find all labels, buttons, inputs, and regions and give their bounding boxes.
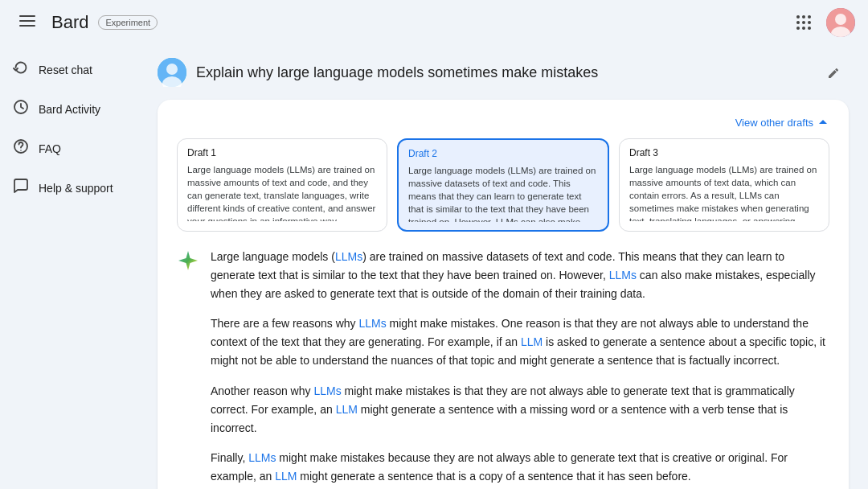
draft-2-label: Draft 2 <box>408 148 598 159</box>
draft-2-card[interactable]: Draft 2 Large language models (LLMs) are… <box>397 138 609 232</box>
view-other-drafts-button[interactable]: View other drafts <box>735 116 829 129</box>
query-header: Explain why large language models someti… <box>158 58 849 87</box>
svg-point-13 <box>835 14 846 25</box>
svg-point-3 <box>796 15 800 18</box>
draft-3-card[interactable]: Draft 3 Large language models (LLMs) are… <box>619 138 829 232</box>
bard-activity-icon <box>13 99 29 119</box>
bard-activity-label: Bard Activity <box>39 103 100 116</box>
query-user-avatar <box>158 58 186 87</box>
query-text: Explain why large language models someti… <box>196 64 810 81</box>
faq-icon <box>13 138 29 158</box>
faq-label: FAQ <box>39 142 61 155</box>
draft-1-label: Draft 1 <box>187 147 377 158</box>
svg-point-16 <box>20 150 22 151</box>
response-para-1: Large language models (LLMs) are trained… <box>211 248 829 303</box>
draft-1-content: Large language models (LLMs) are trained… <box>187 163 377 221</box>
svg-point-9 <box>796 27 800 30</box>
svg-rect-1 <box>19 20 35 22</box>
response-text: Large language models (LLMs) are trained… <box>211 248 829 489</box>
drafts-container: Draft 1 Large language models (LLMs) are… <box>177 138 829 232</box>
draft-3-label: Draft 3 <box>629 147 819 158</box>
topbar: Bard Experiment <box>0 0 868 45</box>
response-para-2: There are a few reasons why LLMs might m… <box>211 314 829 370</box>
bard-star-icon <box>177 249 199 275</box>
hamburger-icon[interactable] <box>13 6 42 39</box>
sidebar-item-faq[interactable]: FAQ <box>0 130 145 166</box>
svg-point-7 <box>802 21 805 24</box>
sidebar-item-reset-chat[interactable]: Reset chat <box>0 51 145 88</box>
svg-rect-2 <box>19 25 35 27</box>
svg-point-10 <box>802 27 805 30</box>
reset-chat-icon <box>13 60 29 80</box>
apps-button[interactable] <box>788 6 820 39</box>
response-para-3: Another reason why LLMs might make mista… <box>211 382 829 438</box>
sidebar-item-bard-activity[interactable]: Bard Activity <box>0 91 145 127</box>
svg-point-11 <box>808 27 811 30</box>
svg-point-18 <box>166 64 178 75</box>
draft-3-content: Large language models (LLMs) are trained… <box>629 163 819 221</box>
sidebar: Reset chat Bard Activity FAQ <box>0 45 145 489</box>
help-icon <box>13 178 29 198</box>
reset-chat-label: Reset chat <box>39 64 92 76</box>
help-label: Help & support <box>39 182 113 195</box>
draft-1-card[interactable]: Draft 1 Large language models (LLMs) are… <box>177 138 387 232</box>
bard-response-row: Large language models (LLMs) are trained… <box>177 248 829 489</box>
svg-point-6 <box>796 21 800 24</box>
sidebar-item-help[interactable]: Help & support <box>0 170 145 206</box>
draft-2-content: Large language models (LLMs) are trained… <box>408 164 598 222</box>
main-layout: Reset chat Bard Activity FAQ <box>0 45 868 489</box>
experiment-badge: Experiment <box>98 15 158 30</box>
svg-point-4 <box>802 15 805 18</box>
svg-point-5 <box>808 15 811 18</box>
topbar-left: Bard Experiment <box>13 6 158 39</box>
svg-rect-0 <box>19 15 35 17</box>
app-title: Bard <box>51 12 88 33</box>
response-card: View other drafts Draft 1 Large language… <box>158 100 849 489</box>
topbar-right <box>788 6 855 39</box>
edit-query-button[interactable] <box>820 58 849 87</box>
svg-point-8 <box>808 21 811 24</box>
response-para-4: Finally, LLMs might make mistakes becaus… <box>211 449 829 486</box>
drafts-header: View other drafts <box>177 116 829 129</box>
view-drafts-label: View other drafts <box>735 117 813 129</box>
content-area: Explain why large language models someti… <box>145 45 868 489</box>
user-avatar[interactable] <box>826 8 855 37</box>
